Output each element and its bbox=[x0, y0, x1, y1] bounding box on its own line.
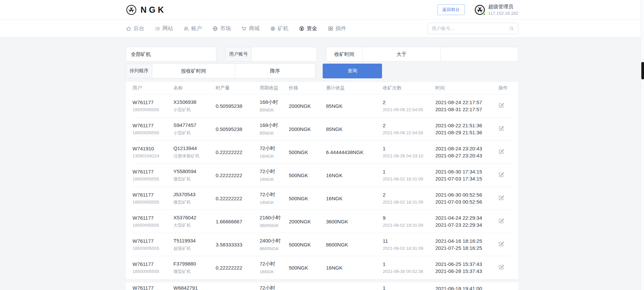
row-time-end: 2021-08-27 23:20:43 bbox=[435, 152, 498, 159]
nav-item-funds[interactable]: 资金 bbox=[299, 25, 317, 32]
edit-icon[interactable] bbox=[498, 149, 504, 154]
row-user: W761177 bbox=[132, 169, 173, 174]
row-hourly-output: 3.58333333 bbox=[216, 242, 260, 247]
table-row: W761177 18500005555 X5376042 大型矿机 1.6666… bbox=[132, 210, 512, 233]
ngk-logo-icon bbox=[126, 4, 137, 15]
row-price: 2000NGK bbox=[289, 126, 326, 132]
row-time-start: 2021-06-30 00:52:56 bbox=[435, 191, 498, 198]
row-machine-type: 微型矿机 bbox=[173, 269, 216, 275]
row-time-start: 2021-06-30 17:34:15 bbox=[435, 168, 498, 175]
row-harvest-count: 1 bbox=[383, 146, 435, 151]
search-input[interactable] bbox=[432, 26, 509, 31]
row-total-income: 16NGK bbox=[326, 196, 383, 201]
row-time-end: 2021-07-03 00:52:56 bbox=[435, 198, 498, 205]
row-period: 168小时 bbox=[260, 122, 289, 129]
row-harvest-time: 2021-08-02 18:31:09 bbox=[383, 200, 435, 205]
row-period: 2160小时 bbox=[260, 215, 289, 221]
row-harvest-time: 2021-06-30 00:52:36 bbox=[383, 269, 435, 274]
row-phone: 18500005555 bbox=[132, 223, 173, 228]
avatar bbox=[474, 4, 485, 15]
back-to-front-button[interactable]: 返回前台 bbox=[437, 4, 465, 15]
nav-item-accounts[interactable]: 账户 bbox=[183, 25, 202, 32]
edit-icon[interactable] bbox=[498, 172, 504, 177]
user-box[interactable]: 超级管理员 117.152.16.182 bbox=[474, 4, 518, 16]
row-time-start: 2021-08-24 23:20:43 bbox=[435, 145, 498, 152]
row-time-start: 2021-08-22 21:51:36 bbox=[435, 122, 498, 129]
edit-icon[interactable] bbox=[498, 264, 504, 270]
row-hourly-output: 0.50595238 bbox=[216, 103, 260, 109]
row-phone: 18500005555 bbox=[132, 269, 173, 274]
nav-item-market[interactable]: 市场 bbox=[212, 25, 231, 32]
row-time-end: 2021-07-03 17:34:15 bbox=[435, 175, 498, 182]
edit-icon[interactable] bbox=[498, 218, 504, 224]
table-header: 用户 名称 时产量 周期收益 价格 累计收益 收矿次数 时间 操作 bbox=[132, 82, 512, 94]
nav-item-plugins[interactable]: 插件 bbox=[328, 25, 346, 32]
nav-item-website[interactable]: 网站 bbox=[155, 25, 173, 32]
row-period: 72小时 bbox=[260, 285, 289, 290]
nav-item-mall[interactable]: 商城 bbox=[241, 25, 260, 32]
row-phone: 18500005555 bbox=[132, 107, 173, 112]
sort-direction-select[interactable]: 降序 bbox=[235, 64, 315, 78]
col-hourly-output: 时产量 bbox=[216, 85, 260, 91]
edit-icon[interactable] bbox=[498, 126, 504, 131]
row-machine-type: 大型矿机 bbox=[173, 222, 216, 228]
query-button[interactable]: 查询 bbox=[323, 64, 382, 78]
row-harvest-time: 2021-08-02 18:31:09 bbox=[383, 223, 435, 228]
col-user: 用户 bbox=[132, 85, 173, 91]
machine-type-select[interactable]: 全部矿机 bbox=[126, 47, 216, 62]
row-hourly-output: 1.66666667 bbox=[216, 219, 260, 224]
table-row: W761177 18500005555 T5119934 超级矿机 3.5833… bbox=[132, 233, 512, 256]
row-price: 500NGK bbox=[289, 149, 326, 155]
row-total-income: 16NGK bbox=[326, 172, 383, 178]
row-period: 72小时 bbox=[260, 168, 289, 175]
sort-field-select[interactable]: 按收矿时间 bbox=[152, 64, 235, 78]
top-header: NGK 返回前台 超级管理员 bbox=[0, 0, 644, 20]
row-name: X5376042 bbox=[173, 215, 216, 220]
row-harvest-count: 2 bbox=[383, 192, 435, 198]
row-time-end: 2021-07-23 22:29:34 bbox=[435, 221, 498, 228]
table-body-partial: W761177 W6842791 72小时 1 2021-06-18 19:41… bbox=[132, 282, 512, 290]
time-operator-select[interactable]: 大于 bbox=[363, 47, 441, 61]
home-icon bbox=[126, 26, 131, 31]
row-period: 2400小时 bbox=[260, 238, 289, 244]
table-body: W761177 18500005555 X1506938 小型矿机 0.5059… bbox=[132, 94, 512, 279]
row-time-end: 2021-08-29 21:51:36 bbox=[435, 129, 498, 136]
row-period: 72小时 bbox=[260, 261, 289, 267]
row-time-start: 2021-06-18 19:41:00 bbox=[435, 285, 498, 290]
row-harvest-count: 1 bbox=[383, 169, 435, 174]
row-user: W761177 bbox=[132, 238, 173, 244]
col-name: 名称 bbox=[173, 85, 216, 91]
account-filter-group: 用户账号 bbox=[225, 47, 317, 62]
row-time-end: 2021-06-28 15:37:43 bbox=[435, 268, 498, 275]
grid-icon bbox=[328, 26, 333, 31]
main-navbar: 后台 网站 账户 市场 商城 矿机 bbox=[0, 20, 644, 38]
col-actions: 操作 bbox=[498, 85, 512, 91]
row-hourly-output: 0.22222222 bbox=[216, 172, 260, 178]
row-hourly-output: 0.50595238 bbox=[216, 126, 260, 132]
miners-table-partial: W761177 W6842791 72小时 1 2021-06-18 19:41… bbox=[126, 282, 518, 290]
search-icon[interactable] bbox=[509, 26, 514, 31]
row-hourly-output: 0.22222222 bbox=[216, 196, 260, 201]
table-row: W741910 13080154224 Q1213944 注册体验矿机 0.22… bbox=[132, 140, 512, 163]
account-filter-input[interactable] bbox=[252, 47, 317, 61]
table-row: W761177 18500005555 Y5580594 微型矿机 0.2222… bbox=[132, 163, 512, 187]
row-period-income: 16NGK bbox=[260, 200, 289, 205]
row-machine-type: 注册体验矿机 bbox=[173, 153, 216, 159]
row-phone: 18500005555 bbox=[132, 176, 173, 182]
row-name: Y5580594 bbox=[173, 168, 216, 174]
row-harvest-time: 2021-08-26 04:33:10 bbox=[383, 153, 435, 158]
list-icon bbox=[155, 26, 160, 31]
edit-icon[interactable] bbox=[498, 241, 504, 247]
scrollbar-thumb[interactable] bbox=[641, 62, 644, 79]
row-period-income: 16NGK bbox=[260, 154, 289, 159]
harvest-time-input[interactable] bbox=[441, 47, 518, 61]
row-period-income: 16NGK bbox=[260, 177, 289, 182]
edit-icon[interactable] bbox=[498, 195, 504, 201]
edit-icon[interactable] bbox=[498, 102, 504, 108]
page-scrollbar[interactable] bbox=[641, 0, 644, 290]
nav-item-miners[interactable]: 矿机 bbox=[270, 25, 288, 32]
filter-row-2: 排列顺序 按收矿时间 降序 查询 bbox=[126, 64, 518, 78]
row-harvest-count: 1 bbox=[383, 261, 435, 267]
row-period-income: 85NGK bbox=[260, 131, 289, 136]
nav-item-backend[interactable]: 后台 bbox=[126, 25, 144, 32]
